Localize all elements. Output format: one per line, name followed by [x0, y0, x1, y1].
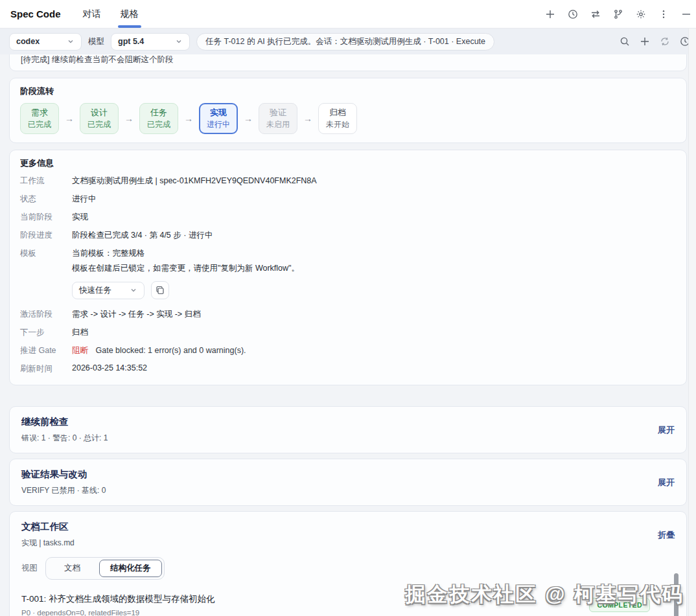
phase-label: 当前阶段: [20, 212, 72, 223]
more-info-title: 更多信息: [20, 157, 676, 169]
kebab-menu-icon[interactable]: [658, 8, 669, 20]
plus-icon[interactable]: [544, 8, 556, 20]
stage-flow-card: 阶段流转 需求 已完成 → 设计 已完成 → 任务 已完成 → 实现 进行中 →: [9, 78, 687, 143]
refresh-time-label: 刷新时间: [20, 363, 72, 374]
tab-chat[interactable]: 对话: [83, 0, 101, 28]
stage-chip-archive: 归档 未开始: [318, 103, 357, 134]
stage-chip-requirements: 需求 已完成: [20, 103, 59, 134]
info-rows: 工作流 文档驱动测试用例生成 | spec-01KMFH2VEY9QEDNV40…: [20, 176, 676, 374]
verify-text: 验证结果与改动 VERIFY 已禁用 · 基线: 0: [21, 468, 106, 496]
chevron-down-icon: [175, 38, 183, 45]
workspace-collapse-button[interactable]: 折叠: [658, 529, 675, 541]
task-title: T-001: 补齐文档生成领域的数据模型与存储初始化: [21, 593, 215, 605]
search-icon[interactable]: [619, 36, 631, 47]
view-tab-structured-tasks[interactable]: 结构化任务: [99, 560, 162, 577]
arrow-icon: →: [303, 113, 312, 124]
chevron-down-icon: [67, 38, 75, 45]
refresh-time-value: 2026-03-25 14:35:52: [72, 363, 676, 372]
workflow-value: 文档驱动测试用例生成 | spec-01KMFH2VEY9QEDNV40FMK2…: [72, 176, 676, 187]
gate-notice-card: [待完成] 继续前检查当前不会阻断这个阶段: [9, 54, 687, 71]
progress-value: 阶段检查已完成 3/4 · 第 4/5 步 · 进行中: [72, 230, 676, 241]
template-line1: 当前模板：完整规格: [72, 248, 676, 259]
workspace-subtitle: 实现 | tasks.md: [21, 538, 75, 549]
gate-notice-text: [待完成] 继续前检查当前不会阻断这个阶段: [21, 54, 173, 65]
header-icons: [544, 8, 686, 20]
gate-message: Gate blocked: 1 error(s) and 0 warning(s…: [95, 346, 246, 355]
workspace-header: 文档工作区 实现 | tasks.md 折叠: [21, 521, 675, 549]
task-meta: P0 · dependsOn=0, relatedFiles=19: [21, 609, 215, 616]
app-title: Spec Code: [10, 8, 61, 19]
provider-select[interactable]: codex: [9, 33, 82, 51]
swap-arrows-icon[interactable]: [590, 8, 601, 20]
precheck-card: 继续前检查 错误: 1 · 警告: 0 · 总计: 1 展开: [9, 406, 687, 453]
refresh-icon[interactable]: [659, 36, 671, 47]
verify-card: 验证结果与改动 VERIFY 已禁用 · 基线: 0 展开: [9, 459, 687, 506]
main-tabs: 对话 规格: [83, 0, 139, 28]
git-branch-icon[interactable]: [612, 8, 624, 20]
session-status-pill: 任务 T-012 的 AI 执行已完成。会话：文档驱动测试用例生成 · T-00…: [196, 33, 494, 51]
active-phases-label: 激活阶段: [20, 309, 72, 320]
app-header: Spec Code 对话 规格: [0, 0, 696, 29]
more-info-card: 更多信息 工作流 文档驱动测试用例生成 | spec-01KMFH2VEY9QE…: [9, 150, 687, 385]
copy-template-button[interactable]: [151, 281, 169, 299]
gate-status-blocked: 阻断: [72, 346, 88, 355]
model-label: 模型: [88, 36, 104, 47]
chevron-down-icon: [130, 286, 137, 294]
clock-icon[interactable]: [567, 8, 579, 20]
verify-expand-button[interactable]: 展开: [658, 477, 675, 488]
spec-content: [待完成] 继续前检查当前不会阻断这个阶段 阶段流转 需求 已完成 → 设计 已…: [0, 54, 696, 616]
status-value: 进行中: [72, 194, 676, 205]
status-label: 状态: [20, 194, 72, 205]
stage-chip-verify: 验证 未启用: [259, 103, 297, 134]
template-select-value: 快速任务: [79, 285, 111, 296]
arrow-icon: →: [65, 113, 74, 124]
gear-icon[interactable]: [635, 8, 647, 20]
copy-icon: [156, 286, 165, 295]
verify-subtitle: VERIFY 已禁用 · 基线: 0: [21, 485, 106, 496]
verify-title: 验证结果与改动: [21, 468, 106, 481]
template-line2: 模板在创建后已锁定，如需变更，请使用"复制为新 Workflow"。: [72, 263, 676, 274]
stage-flow-title: 阶段流转: [20, 86, 676, 97]
toolbar-icons: [619, 36, 687, 47]
gate-label: 推进 Gate: [20, 345, 72, 356]
page-scrollbar-track[interactable]: [688, 29, 696, 616]
view-label: 视图: [21, 563, 38, 574]
precheck-title: 继续前检查: [21, 416, 108, 428]
watermark-text: 掘金技术社区 @ 柯基写代码: [406, 581, 684, 608]
view-switch-row: 视图 文档 结构化任务: [21, 557, 675, 580]
stage-chip-design: 设计 已完成: [80, 103, 119, 134]
template-block: 当前模板：完整规格 模板在创建后已锁定，如需变更，请使用"复制为新 Workfl…: [72, 248, 676, 302]
precheck-text: 继续前检查 错误: 1 · 警告: 0 · 总计: 1: [21, 416, 108, 444]
stage-chips: 需求 已完成 → 设计 已完成 → 任务 已完成 → 实现 进行中 → 验证 未…: [20, 103, 676, 134]
stage-chip-tasks: 任务 已完成: [139, 103, 178, 134]
template-controls: 快速任务: [72, 281, 676, 299]
model-select-value: gpt 5.4: [118, 37, 144, 46]
provider-select-value: codex: [16, 37, 40, 46]
view-segmented-control: 文档 结构化任务: [45, 557, 165, 580]
template-label: 模板: [20, 248, 72, 259]
view-tab-document[interactable]: 文档: [48, 560, 97, 577]
phase-value: 实现: [72, 212, 676, 223]
arrow-icon: →: [244, 113, 253, 124]
arrow-icon: →: [124, 113, 133, 124]
precheck-expand-button[interactable]: 展开: [658, 424, 675, 436]
arrow-icon: →: [184, 113, 193, 124]
minimize-icon[interactable]: [680, 8, 692, 20]
next-step-label: 下一步: [20, 327, 72, 338]
next-step-value: 归档: [72, 327, 676, 338]
workflow-label: 工作流: [20, 176, 72, 187]
plus-icon[interactable]: [639, 36, 651, 47]
tab-spec[interactable]: 规格: [121, 0, 139, 28]
precheck-subtitle: 错误: 1 · 警告: 0 · 总计: 1: [21, 433, 108, 444]
spec-toolbar: codex 模型 gpt 5.4 任务 T-012 的 AI 执行已完成。会话：…: [0, 29, 696, 54]
workspace-text: 文档工作区 实现 | tasks.md: [21, 521, 75, 549]
template-select[interactable]: 快速任务: [72, 282, 145, 299]
stage-chip-implementation: 实现 进行中: [199, 103, 238, 134]
active-phases-value: 需求 -> 设计 -> 任务 -> 实现 -> 归档: [72, 309, 676, 320]
gate-value: 阻断 Gate blocked: 1 error(s) and 0 warnin…: [72, 345, 676, 356]
model-select[interactable]: gpt 5.4: [111, 33, 190, 51]
progress-label: 阶段进度: [20, 230, 72, 241]
workspace-title: 文档工作区: [21, 521, 75, 533]
